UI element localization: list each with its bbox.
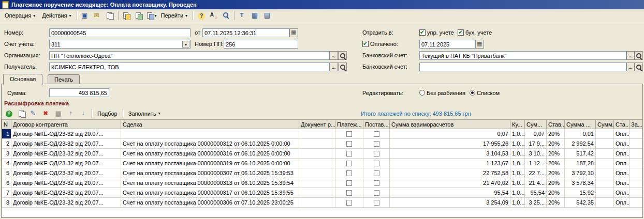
column-header-payment[interactable]: Платеж... — [335, 120, 363, 129]
vat-rate-cell[interactable]: 20% — [547, 198, 565, 208]
sort-button[interactable] — [208, 10, 219, 21]
delete-row-button[interactable] — [40, 108, 52, 119]
payment-checkbox-cell[interactable] — [335, 149, 363, 159]
recipient-input[interactable] — [49, 62, 329, 71]
document-cell[interactable] — [299, 129, 335, 139]
payment-checkbox-cell[interactable] — [335, 168, 363, 178]
radio-as-list[interactable] — [470, 90, 475, 96]
column-header-rate[interactable]: Ку... — [510, 120, 525, 129]
recipient-browse-button[interactable] — [329, 62, 338, 71]
document-cell[interactable] — [299, 178, 335, 188]
operation-menu-button[interactable]: Операция — [2, 10, 38, 21]
deal-cell[interactable]: Счет на оплату поставщика 00000000312 от… — [121, 139, 299, 149]
edit-row-button[interactable] — [28, 108, 40, 119]
deal-cell[interactable]: Счет на оплату поставщика 00000000316 от… — [121, 149, 299, 159]
column-header-status[interactable]: Ста... — [614, 120, 630, 129]
column-header-extra[interactable]: За... — [630, 120, 643, 129]
extra-cell[interactable] — [630, 168, 643, 178]
tab-main[interactable]: Основная — [3, 74, 42, 85]
column-header-vat-amount[interactable]: Сумма ... — [565, 120, 596, 129]
deal-cell[interactable]: Счет на оплату поставщика 00000000306 от… — [121, 198, 299, 208]
help-button[interactable] — [195, 10, 207, 21]
column-header-contract[interactable]: Договор контрагента — [11, 120, 121, 129]
amount-cell[interactable]: 95,54 — [390, 188, 510, 198]
organization-input[interactable] — [49, 51, 329, 60]
payment-checkbox-cell[interactable] — [335, 159, 363, 168]
rate-cell[interactable]: 1,0... — [510, 129, 525, 139]
contract-cell[interactable]: Договір №КЕ-ОД/23-32 від 20.07... — [11, 149, 121, 159]
vat-rate-cell[interactable]: 20% — [547, 139, 565, 149]
amount-cell[interactable]: 22 752,58 — [390, 168, 510, 178]
add-row-button[interactable] — [3, 108, 15, 119]
amount2-cell[interactable]: 17 9... — [525, 139, 547, 149]
extra-cell[interactable] — [630, 129, 643, 139]
row-number-cell[interactable]: 5 — [2, 168, 11, 178]
row-number-cell[interactable]: 2 — [2, 139, 11, 149]
goto-menu-button[interactable]: Перейти — [158, 10, 191, 21]
amount2-cell[interactable]: 21 4... — [525, 178, 547, 188]
vat-rate-cell[interactable]: 20% — [547, 188, 565, 198]
document-cell[interactable] — [299, 159, 335, 168]
amount-cell[interactable]: 17 955,26 — [390, 139, 510, 149]
upr-checkbox[interactable] — [419, 29, 426, 36]
vat-rate-cell[interactable]: 20% — [547, 129, 565, 139]
supplier-checkbox-cell[interactable] — [363, 129, 390, 139]
row-number-cell[interactable]: 1 — [2, 129, 11, 139]
bank-account-2-browse-button[interactable] — [626, 62, 635, 71]
status-cell[interactable]: Опл... — [614, 159, 630, 168]
sum2-cell[interactable] — [596, 129, 614, 139]
document-cell[interactable] — [299, 188, 335, 198]
rate-cell[interactable]: 1,0... — [510, 198, 525, 208]
bank-account-1-browse-button[interactable] — [626, 51, 635, 60]
sum2-cell[interactable] — [596, 159, 614, 168]
table-row[interactable]: 5 Договір №КЕ-ОД/23-32 від 20.07... Счет… — [2, 168, 643, 178]
find-button[interactable] — [220, 10, 232, 21]
subordinate-docs-button[interactable] — [133, 10, 145, 21]
sum2-cell[interactable] — [596, 168, 614, 178]
recipient-lookup-button[interactable] — [338, 62, 347, 71]
amount-cell[interactable]: 0,07 — [390, 129, 510, 139]
amount2-cell[interactable]: 22 7... — [525, 168, 547, 178]
supplier-checkbox-cell[interactable] — [363, 168, 390, 178]
rate-cell[interactable]: 1,0... — [510, 149, 525, 159]
table-row[interactable]: 1 Договір №КЕ-ОД/23-32 від 20.07... 0,07… — [2, 129, 643, 139]
extra-cell[interactable] — [630, 198, 643, 208]
status-cell[interactable]: Опл... — [614, 198, 630, 208]
bank-account-1-lookup-button[interactable] — [635, 51, 643, 60]
sum2-cell[interactable] — [596, 178, 614, 188]
table-row[interactable]: 8 Договір №КЕ-ОД/23-32 від 20.07... Счет… — [2, 198, 643, 208]
row-number-cell[interactable]: 3 — [2, 149, 11, 159]
contract-cell[interactable]: Договір №КЕ-ОД/23-32 від 20.07... — [11, 188, 121, 198]
row-number-cell[interactable]: 8 — [2, 198, 11, 208]
actions-menu-button[interactable]: Действия — [39, 10, 74, 21]
vat-rate-cell[interactable]: 20% — [547, 178, 565, 188]
payment-checkbox-cell[interactable] — [335, 129, 363, 139]
vat-amount-cell[interactable]: 0,01 — [565, 129, 596, 139]
supplier-checkbox-cell[interactable] — [363, 159, 390, 168]
row-number-cell[interactable]: 6 — [2, 178, 11, 188]
amount-cell[interactable]: 21 470,02 — [390, 178, 510, 188]
table-row[interactable]: 7 Договір №КЕ-ОД/23-32 від 20.07... Счет… — [2, 188, 643, 198]
vat-amount-cell[interactable]: 3 578,34 — [565, 178, 596, 188]
deal-cell[interactable] — [121, 129, 299, 139]
paid-date-input[interactable] — [419, 40, 475, 49]
radio-no-split[interactable] — [419, 90, 425, 96]
bank-account-1-input[interactable] — [419, 51, 626, 60]
reread-button[interactable] — [79, 10, 91, 21]
sum2-cell[interactable] — [596, 188, 614, 198]
send-button[interactable] — [92, 10, 104, 21]
payment-checkbox-cell[interactable] — [335, 139, 363, 149]
vat-amount-cell[interactable]: 517,42 — [565, 149, 596, 159]
pp-number-input[interactable] — [224, 40, 298, 49]
amount2-cell[interactable]: 3 25... — [525, 198, 547, 208]
sum-input[interactable] — [49, 88, 109, 97]
account-dropdown-button[interactable] — [182, 41, 189, 48]
deal-cell[interactable]: Счет на оплату поставщика 00000000313 от… — [121, 178, 299, 188]
supplier-checkbox-cell[interactable] — [363, 149, 390, 159]
vat-amount-cell[interactable]: 187,28 — [565, 159, 596, 168]
sum2-cell[interactable] — [596, 139, 614, 149]
row-number-cell[interactable]: 4 — [2, 159, 11, 168]
extra-cell[interactable] — [630, 178, 643, 188]
vat-amount-cell[interactable]: 15,92 — [565, 188, 596, 198]
document-cell[interactable] — [299, 139, 335, 149]
